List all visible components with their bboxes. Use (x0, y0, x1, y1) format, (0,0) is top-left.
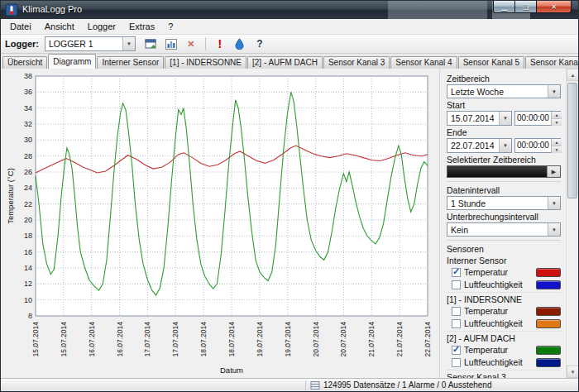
temperature-chart[interactable]: 810121416182022242628303234363815.07.201… (4, 71, 436, 377)
chevron-down-icon[interactable]: ▼ (548, 223, 560, 236)
svg-text:12: 12 (24, 280, 32, 288)
window-title: KlimaLogg Pro (22, 4, 82, 14)
slider-right-arrow-icon[interactable]: ▶ (547, 166, 560, 177)
svg-text:18: 18 (24, 232, 32, 240)
svg-text:24: 24 (24, 184, 32, 192)
menu-help[interactable]: ? (161, 20, 179, 33)
menu-extras[interactable]: Extras (122, 20, 161, 33)
tab-sensor-kanal-6[interactable]: Sensor Kanal 6 (525, 56, 579, 69)
sensor-group-interner: Interner Sensor ✓ Temperatur ✓ Luftfeuch… (447, 256, 561, 290)
zeitbereich-label: Zeitbereich (447, 74, 561, 84)
tab-sensor-kanal-3[interactable]: Sensor Kanal 3 (323, 56, 390, 69)
start-date-picker[interactable]: 15.07.2014 ▼ (447, 111, 512, 126)
scroll-up-icon[interactable]: ▲ (567, 69, 579, 81)
alarm-button[interactable]: ! (211, 36, 229, 52)
chevron-down-icon[interactable]: ▼ (548, 85, 560, 98)
separator (447, 292, 561, 293)
datenintervall-select[interactable]: 1 Stunde ▼ (447, 196, 561, 210)
svg-text:15.07.2014: 15.07.2014 (60, 322, 68, 357)
color-swatch[interactable] (536, 319, 561, 328)
color-swatch[interactable] (536, 307, 561, 316)
series-toggle-row: ✓ Temperatur (452, 305, 561, 317)
color-swatch[interactable] (536, 346, 561, 355)
chevron-down-icon[interactable]: ▼ (548, 197, 560, 209)
title-bar[interactable]: KlimaLogg Pro ▁ ❑ ✕ (1, 1, 578, 19)
panel-scrollbar[interactable]: ▲ ▼ (566, 69, 578, 378)
exclamation-icon: ! (218, 37, 223, 50)
svg-text:16: 16 (24, 248, 32, 256)
tab-sensor-kanal-5[interactable]: Sensor Kanal 5 (458, 56, 524, 69)
svg-text:20.07.2014: 20.07.2014 (339, 322, 347, 357)
luftfeuchtigkeit-checkbox[interactable]: ✓ (452, 280, 461, 289)
scroll-thumb[interactable] (567, 83, 577, 198)
chevron-down-icon[interactable]: ▼ (499, 112, 511, 125)
svg-text:20.07.2014: 20.07.2014 (312, 322, 320, 357)
spin-down-icon[interactable]: ▼ (552, 146, 562, 153)
minimize-button[interactable]: ▁ (493, 1, 515, 13)
svg-text:Temperatur (°C): Temperatur (°C) (6, 168, 15, 224)
svg-text:17.07.2014: 17.07.2014 (171, 322, 179, 357)
menu-datei[interactable]: Datei (3, 20, 38, 33)
tab-diagramm[interactable]: Diagramm (48, 54, 96, 69)
menu-ansicht[interactable]: Ansicht (38, 20, 81, 33)
menu-logger[interactable]: Logger (81, 20, 122, 33)
color-swatch[interactable] (536, 358, 561, 367)
tab-uebersicht[interactable]: Übersicht (2, 56, 47, 69)
delete-button[interactable]: ✕ (182, 36, 200, 52)
svg-text:34: 34 (24, 104, 32, 112)
window-controls: ▁ ❑ ✕ (494, 1, 572, 13)
temperatur-checkbox[interactable]: ✓ (452, 268, 461, 277)
color-swatch[interactable] (536, 268, 561, 277)
close-button[interactable]: ✕ (536, 1, 572, 13)
series-toggle-row: ✓ Temperatur (452, 344, 561, 356)
chart-area[interactable]: 810121416182022242628303234363815.07.201… (4, 71, 436, 377)
logger-select[interactable]: LOGGER 1 ▼ (45, 36, 136, 51)
close-icon: ✕ (187, 39, 194, 50)
tab-sensor-kanal-4[interactable]: Sensor Kanal 4 (390, 56, 457, 69)
sensor-group-label: [1] - INDERSONNE (447, 294, 561, 304)
luftfeuchtigkeit-checkbox[interactable]: ✓ (452, 358, 461, 367)
sensor-group-1-indersonne: [1] - INDERSONNE ✓ Temperatur ✓ Luftfeuc… (447, 294, 561, 329)
sensor-group-label: Sensor Kanal 3 (447, 372, 561, 378)
open-logger-button[interactable] (142, 36, 160, 52)
toolbar-separator (205, 37, 206, 50)
datenintervall-label: Datenintervall (447, 185, 561, 195)
temperatur-checkbox[interactable]: ✓ (452, 346, 461, 355)
svg-text:16.07.2014: 16.07.2014 (88, 322, 96, 357)
tab-sensor-1-indersonne[interactable]: [1] - INDERSONNE (165, 56, 246, 69)
slider-track[interactable] (447, 166, 547, 177)
zeitbereich-select[interactable]: Letzte Woche ▼ (447, 84, 561, 98)
maximize-button[interactable]: ❑ (514, 1, 537, 13)
svg-text:21.07.2014: 21.07.2014 (367, 322, 376, 357)
svg-text:19.07.2014: 19.07.2014 (256, 322, 264, 357)
svg-text:19.07.2014: 19.07.2014 (284, 322, 292, 357)
diagram-settings-panel: Zeitbereich Letzte Woche ▼ Start 15.07.2… (439, 69, 567, 378)
spin-down-icon[interactable]: ▼ (552, 119, 562, 126)
tab-interner-sensor[interactable]: Interner Sensor (97, 56, 164, 69)
humidity-button[interactable] (231, 36, 249, 52)
status-bar: 124995 Datensätze / 1 Alarme / 0 Aussteh… (1, 378, 578, 391)
svg-text:36: 36 (24, 88, 32, 96)
spin-up-icon[interactable]: ▲ (552, 139, 562, 146)
time-range-slider[interactable]: ▶ (447, 165, 561, 178)
svg-text:18.07.2014: 18.07.2014 (199, 322, 208, 357)
temperatur-checkbox[interactable]: ✓ (452, 307, 461, 316)
color-swatch[interactable] (536, 280, 561, 289)
unterbrechungsintervall-select[interactable]: Kein ▼ (447, 222, 561, 237)
start-time-spinner[interactable]: 00:00:00 ▲ ▼ (514, 111, 561, 126)
svg-text:16.07.2014: 16.07.2014 (116, 322, 124, 357)
scroll-down-icon[interactable]: ▼ (567, 366, 579, 378)
chevron-down-icon[interactable]: ▼ (122, 37, 135, 50)
svg-text:Datum: Datum (220, 366, 243, 375)
logger-select-value: LOGGER 1 (45, 39, 122, 49)
tab-sensor-2-aufm-dach[interactable]: [2] - AUFM DACH (247, 56, 323, 69)
spin-up-icon[interactable]: ▲ (552, 112, 562, 119)
start-label: Start (447, 100, 561, 110)
help-button[interactable]: ? (251, 36, 269, 52)
ende-date-picker[interactable]: 22.07.2014 ▼ (447, 138, 512, 153)
luftfeuchtigkeit-checkbox[interactable]: ✓ (452, 319, 461, 328)
chevron-down-icon[interactable]: ▼ (499, 139, 511, 152)
separator (447, 331, 561, 332)
graph-button[interactable] (162, 36, 180, 52)
ende-time-spinner[interactable]: 00:00:00 ▲ ▼ (514, 138, 561, 153)
